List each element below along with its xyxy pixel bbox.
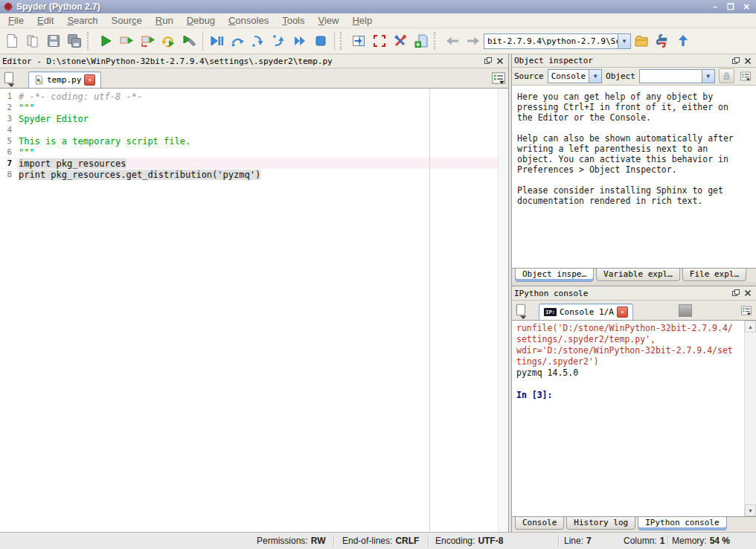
undock-pane-icon[interactable]: [730, 288, 742, 298]
menu-search[interactable]: Search: [60, 14, 104, 27]
debug-button[interactable]: [206, 30, 227, 51]
console-input-area[interactable]: runfile('D:/stone/WinPython-32bit-2.7.9.…: [512, 321, 756, 516]
console-tab-label: Console 1/A: [560, 307, 614, 317]
editor-tab-bar: temp.py ✕: [0, 68, 508, 89]
tab-variable-expl-[interactable]: Variable expl…: [596, 269, 680, 281]
code-line[interactable]: 8print pkg_resources.get_distribution('p…: [0, 169, 508, 180]
tab-ipython-console[interactable]: IPython console: [638, 517, 726, 530]
console-options-button[interactable]: [738, 303, 755, 318]
inspector-options-button[interactable]: [738, 68, 754, 83]
menu-tools[interactable]: Tools: [275, 14, 311, 27]
stop-button[interactable]: [310, 30, 331, 51]
browse-tabs-button[interactable]: [1, 71, 18, 86]
python-file-icon: [34, 75, 44, 85]
help-text-line: documentation rendered in rich text.: [517, 196, 755, 206]
run-cell-button[interactable]: [116, 30, 137, 51]
line-number: 3: [0, 114, 16, 123]
code-line[interactable]: 3Spyder Editor: [0, 113, 508, 124]
tab-console[interactable]: Console: [515, 517, 564, 530]
status-endoflines: End-of-lines:CRLF: [342, 536, 419, 546]
undock-pane-icon[interactable]: [482, 56, 494, 66]
undock-pane-icon[interactable]: [730, 56, 742, 66]
python-path-manager-button[interactable]: [411, 30, 432, 51]
minimize-button[interactable]: –: [708, 1, 722, 12]
code-editor[interactable]: 1# -*- coding: utf-8 -*-2"""3Spyder Edit…: [0, 89, 508, 532]
close-tab-icon[interactable]: ✕: [617, 306, 628, 318]
close-button[interactable]: ✕: [740, 1, 753, 12]
save-all-button[interactable]: [64, 30, 85, 51]
title-bar: Spyder (Python 2.7) – ❐ ✕: [0, 0, 756, 13]
console-text: runfile('D:/stone/WinPython-32bit-2.7.9.…: [512, 321, 756, 401]
chevron-down-icon[interactable]: ▼: [589, 70, 601, 83]
status-divider: [558, 535, 560, 547]
step-into-button[interactable]: [248, 30, 269, 51]
chevron-down-icon[interactable]: ▼: [702, 70, 714, 83]
code-line[interactable]: 5This is a temporary script file.: [0, 135, 508, 147]
editor-scrollbar[interactable]: [498, 89, 508, 532]
forward-button[interactable]: [463, 30, 484, 51]
menu-view[interactable]: View: [312, 14, 346, 27]
rerun-button[interactable]: [158, 30, 179, 51]
browse-tabs-button[interactable]: [513, 304, 530, 318]
back-button[interactable]: [442, 30, 463, 51]
console-line: runfile('D:/stone/WinPython-32bit-2.7.9.…: [516, 323, 756, 334]
menu-debug[interactable]: Debug: [180, 14, 222, 27]
parent-directory-button[interactable]: [673, 30, 693, 51]
menu-help[interactable]: Help: [345, 14, 379, 27]
run-button[interactable]: [95, 30, 116, 51]
interrupt-kernel-button[interactable]: [679, 304, 692, 317]
close-pane-icon[interactable]: [494, 56, 506, 66]
set-console-directory-button[interactable]: [652, 30, 673, 51]
code-line[interactable]: 7import pkg_resources: [0, 158, 508, 169]
object-combo[interactable]: ▼: [639, 69, 715, 83]
ipython-console-pane: IPython console IP: Console 1/A ✕ runfil…: [512, 286, 756, 532]
close-tab-icon[interactable]: ✕: [84, 74, 95, 86]
menu-run[interactable]: Run: [149, 14, 180, 27]
code-text: """: [16, 103, 35, 113]
preferences-button[interactable]: [390, 30, 411, 51]
code-line[interactable]: 4: [0, 124, 508, 135]
source-combo[interactable]: Console ▼: [548, 69, 602, 83]
editor-tab-label: temp.py: [47, 75, 81, 85]
run-settings-button[interactable]: [179, 30, 199, 51]
console-tab[interactable]: IP: Console 1/A ✕: [539, 304, 633, 320]
lock-button[interactable]: [719, 68, 734, 83]
window-title: Spyder (Python 2.7): [16, 1, 706, 12]
open-file-button[interactable]: [22, 30, 43, 51]
code-line[interactable]: 2""": [0, 102, 508, 113]
menu-file[interactable]: File: [1, 14, 31, 27]
console-line: pyzmq 14.5.0: [516, 367, 756, 379]
tab-file-expl-[interactable]: File expl…: [682, 269, 746, 281]
maximize-pane-button[interactable]: [348, 30, 369, 51]
working-directory-combo[interactable]: bit-2.7.9.4\python-2.7.9\Scripts ▼: [484, 33, 631, 49]
code-line[interactable]: 6""": [0, 147, 508, 158]
status-encoding: Encoding:UTF-8: [435, 536, 503, 546]
open-directory-button[interactable]: [631, 30, 652, 51]
editor-pane-header: Editor - D:\stone\WinPython-32bit-2.7.9.…: [0, 54, 508, 68]
right-column: Object inspector Source Console ▼ Object…: [511, 54, 756, 532]
menu-edit[interactable]: Edit: [31, 14, 60, 27]
menu-source[interactable]: Source: [105, 14, 149, 27]
code-text: This is a temporary script file.: [16, 136, 190, 147]
close-pane-icon[interactable]: [742, 56, 754, 66]
save-button[interactable]: [43, 30, 64, 51]
code-line[interactable]: 1# -*- coding: utf-8 -*-: [0, 91, 508, 102]
new-file-button[interactable]: [1, 30, 22, 51]
restore-button[interactable]: ❐: [724, 1, 737, 12]
tab-object-inspe-[interactable]: Object inspe…: [515, 269, 594, 282]
step-out-button[interactable]: [269, 30, 289, 51]
chevron-down-icon[interactable]: ▼: [618, 34, 630, 48]
editor-tab-temp-py[interactable]: temp.py ✕: [28, 71, 101, 88]
tab-history-log[interactable]: History log: [566, 517, 635, 530]
menu-consoles[interactable]: Consoles: [222, 14, 275, 27]
scroll-down-icon[interactable]: ▼: [745, 504, 756, 516]
step-over-button[interactable]: [227, 30, 248, 51]
close-pane-icon[interactable]: [742, 288, 754, 298]
run-cell-advance-button[interactable]: [137, 30, 158, 51]
continue-button[interactable]: [289, 30, 310, 51]
console-scrollbar[interactable]: ▲ ▼: [744, 321, 756, 516]
editor-options-button[interactable]: [490, 71, 507, 86]
scroll-up-icon[interactable]: ▲: [745, 321, 756, 333]
help-text-line: writing a left parenthesis next to an: [517, 144, 755, 154]
fullscreen-button[interactable]: [369, 30, 390, 51]
